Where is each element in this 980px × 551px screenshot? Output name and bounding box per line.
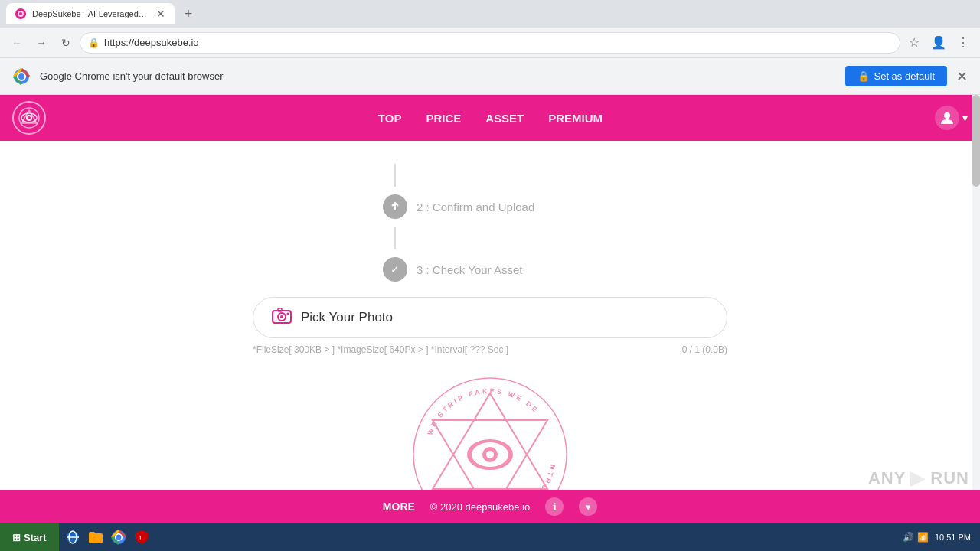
footer-more-link[interactable]: MORE: [383, 500, 415, 513]
nav-dropdown-icon[interactable]: ▾: [962, 112, 968, 124]
profile-button[interactable]: 👤: [928, 32, 949, 54]
browser-actions: ☆ 👤 ⋮: [903, 32, 974, 54]
back-button[interactable]: ←: [6, 32, 28, 54]
set-default-label: Set as default: [874, 70, 936, 82]
svg-point-13: [280, 315, 283, 318]
nav-top-link[interactable]: TOP: [378, 112, 402, 125]
site-footer: MORE © 2020 deepsukebe.io ℹ ▾: [0, 490, 980, 523]
forward-button[interactable]: →: [31, 32, 52, 54]
site-nav: TOP PRICE ASSET PREMIUM ▾: [0, 95, 980, 141]
step-3-item: ✓ 3 : Check Your Asset: [383, 257, 522, 282]
photo-meta-left: *FileSize[ 300KB > ] *ImageSize[ 640Px >…: [253, 344, 508, 355]
address-text: https://deepsukebe.io: [104, 37, 892, 48]
step-connector-2: [394, 227, 396, 249]
windows-icon: ⊞: [12, 532, 21, 543]
nav-price-link[interactable]: PRICE: [426, 112, 461, 125]
tray-network-icon: 🔊: [903, 532, 914, 543]
taskbar-pinned-icons: !: [59, 527, 155, 548]
tab-favicon: [15, 8, 26, 19]
taskbar: ⊞ Start ! 🔊 📶 10:51 P: [0, 523, 980, 551]
start-label: Start: [24, 532, 47, 543]
tab-title: DeepSukebe - AI-Leveraged Nudifier: [32, 9, 147, 18]
anyrun-subtext: RUN: [930, 468, 969, 488]
svg-point-1: [19, 12, 22, 15]
address-bar[interactable]: 🔒 https://deepsukebe.io: [80, 32, 900, 54]
svg-text:!: !: [139, 535, 142, 542]
step-connector-1: [394, 164, 396, 187]
anyrun-watermark: ANY ▶ RUN: [868, 466, 969, 490]
svg-point-4: [18, 73, 24, 80]
tray-time-text: 10:51 PM: [935, 533, 971, 542]
nav-premium-link[interactable]: PREMIUM: [548, 112, 603, 125]
taskbar-chrome-icon[interactable]: [108, 527, 129, 548]
footer-dropdown-button[interactable]: ▾: [579, 497, 597, 516]
menu-button[interactable]: ⋮: [952, 32, 974, 54]
svg-point-8: [28, 116, 31, 119]
user-avatar[interactable]: [935, 106, 959, 130]
notification-bar: Google Chrome isn't your default browser…: [0, 58, 980, 95]
photo-meta-right: 0 / 1 (0.0B): [682, 344, 727, 355]
scrollbar[interactable]: [972, 95, 980, 490]
nav-asset-link[interactable]: ASSET: [485, 112, 524, 125]
tab-close-button[interactable]: ✕: [156, 8, 165, 20]
taskbar-folder-icon[interactable]: [85, 527, 106, 548]
browser-toolbar: ← → ↻ 🔒 https://deepsukebe.io ☆ 👤 ⋮: [0, 28, 980, 58]
bookmark-button[interactable]: ☆: [903, 32, 925, 54]
reload-button[interactable]: ↻: [55, 32, 77, 54]
notification-text: Google Chrome isn't your default browser: [40, 70, 836, 82]
step-2-label: 2 : Confirm and Upload: [416, 201, 534, 214]
browser-chrome: DeepSukebe - AI-Leveraged Nudifier ✕ + ←…: [0, 0, 980, 58]
anyrun-text: ANY: [868, 468, 906, 488]
step-2-icon: [383, 194, 407, 219]
footer-info-button[interactable]: ℹ: [545, 497, 564, 516]
photo-meta: *FileSize[ 300KB > ] *ImageSize[ 640Px >…: [253, 344, 727, 355]
step-2-item: 2 : Confirm and Upload: [383, 194, 534, 219]
photo-picker[interactable]: Pick Your Photo: [253, 297, 727, 338]
footer-copyright: © 2020 deepsukebe.io: [430, 501, 530, 513]
dropdown-icon: ▾: [586, 501, 591, 513]
notification-close-button[interactable]: ✕: [956, 68, 968, 85]
start-button[interactable]: ⊞ Start: [0, 523, 59, 551]
logo-circle: [12, 101, 46, 135]
new-tab-button[interactable]: +: [178, 3, 199, 24]
info-icon: ℹ: [553, 501, 557, 513]
set-default-icon: 🔒: [858, 70, 870, 82]
scrollbar-thumb[interactable]: [972, 95, 980, 187]
site-nav-links: TOP PRICE ASSET PREMIUM: [378, 112, 603, 125]
nav-user: ▾: [935, 106, 968, 130]
steps-container: 2 : Confirm and Upload ✓ 3 : Check Your …: [0, 156, 980, 297]
svg-point-10: [944, 112, 950, 119]
camera-icon: [272, 307, 292, 328]
taskbar-security-icon[interactable]: !: [131, 527, 152, 548]
step-3-icon: ✓: [383, 257, 407, 282]
lock-icon: 🔒: [88, 37, 100, 48]
site-logo: [12, 101, 46, 135]
svg-point-30: [116, 535, 121, 540]
tray-clock: 10:51 PM: [935, 533, 971, 542]
taskbar-tray: 🔊 📶 10:51 PM: [893, 532, 980, 543]
browser-tab[interactable]: DeepSukebe - AI-Leveraged Nudifier ✕: [6, 3, 175, 24]
svg-point-22: [486, 451, 494, 458]
svg-point-15: [287, 313, 289, 315]
tray-icons: 🔊 📶: [903, 532, 929, 543]
chrome-logo-icon: [12, 67, 31, 86]
tab-bar: DeepSukebe - AI-Leveraged Nudifier ✕ +: [0, 0, 980, 28]
tray-volume-icon: 📶: [917, 532, 929, 543]
taskbar-ie-icon[interactable]: [62, 527, 83, 548]
set-default-button[interactable]: 🔒 Set as default: [845, 66, 948, 86]
photo-picker-label: Pick Your Photo: [301, 310, 393, 325]
step-3-label: 3 : Check Your Asset: [416, 263, 522, 276]
anyrun-play-icon: ▶: [910, 466, 926, 490]
